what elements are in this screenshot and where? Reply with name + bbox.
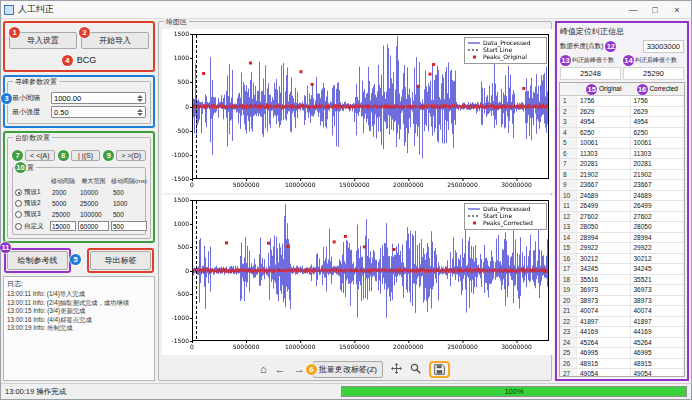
batch-edit-wrap: 6 批量更改标签(Z) xyxy=(313,361,383,378)
table-row[interactable]: 173424534245 xyxy=(560,264,684,275)
home-icon[interactable]: ⌂ xyxy=(260,362,267,376)
correction-info-title: 峰值定位纠正信息 xyxy=(560,26,684,37)
data-length-value: 33003000 xyxy=(643,40,684,53)
step-settings-title: 台阶数设置 xyxy=(13,133,52,142)
radio-preset-3[interactable]: 预设3 xyxy=(15,210,48,219)
custom-move-interval-ms-input[interactable] xyxy=(111,221,147,231)
min-interval-label: 最小间隔 xyxy=(12,93,48,103)
table-row[interactable]: 102468924689 xyxy=(560,191,684,202)
signal-chart-bottom[interactable] xyxy=(162,195,554,355)
table-row[interactable]: 122760227602 xyxy=(560,212,684,223)
save-icon[interactable] xyxy=(429,361,450,378)
peak-count-stats: 13 纠正前峰值个数 14 纠正后峰值个数 25248 25290 xyxy=(560,55,684,80)
export-label-button[interactable]: 导出标签 xyxy=(90,251,151,270)
log-title: 日志: xyxy=(7,279,151,289)
min-interval-spinbox[interactable]: 1000.00 xyxy=(51,92,146,104)
col-header-move-interval-ms: 移动间隔(ms) xyxy=(111,177,147,186)
radio-icon[interactable] xyxy=(15,223,22,230)
table-row[interactable]: 112649926499 xyxy=(560,201,684,212)
plot-groupbox: 绘图区 ⌂ ← → 6 批量更改标签(Z) xyxy=(158,21,552,381)
callout-12: 12 xyxy=(605,41,616,52)
table-row[interactable]: 203897338973 xyxy=(560,296,684,307)
peaks-table-body[interactable]: 1175617562262926293495449544625062505100… xyxy=(560,96,684,376)
radio-preset-1[interactable]: 预设1 xyxy=(15,188,48,197)
callout-13: 13 xyxy=(560,55,571,66)
pan-icon[interactable] xyxy=(391,360,402,378)
spinner-arrows-icon[interactable] xyxy=(137,95,143,102)
spinner-arrows-icon[interactable] xyxy=(137,109,143,116)
forward-icon[interactable]: → xyxy=(294,362,305,376)
minimize-button[interactable]: — xyxy=(622,2,644,18)
radio-custom[interactable]: 自定义 xyxy=(15,222,48,231)
table-row[interactable]: 462506250 xyxy=(560,128,684,139)
min-strength-label: 最小强度 xyxy=(12,107,48,117)
min-strength-spinbox[interactable]: 0.50 xyxy=(51,106,146,118)
original-column-header: 15 Original xyxy=(577,83,631,95)
preset2-max-range: 25000 xyxy=(78,200,109,207)
left-panel: 1 2 导入设置 开始导入 4BCG 3 寻峰参数设置 最小间隔 xyxy=(3,21,155,381)
preset1-move-interval-ms: 500 xyxy=(111,189,147,196)
callout-1: 1 xyxy=(9,27,20,38)
table-row[interactable]: 51006110061 xyxy=(560,138,684,149)
table-row[interactable]: 183551635521 xyxy=(560,275,684,286)
custom-move-interval-input[interactable] xyxy=(50,221,76,231)
custom-max-range-input[interactable] xyxy=(78,221,109,231)
status-message: 13:00:19 操作完成 xyxy=(5,387,66,397)
table-row[interactable]: 193697336973 xyxy=(560,285,684,296)
draw-reference-button[interactable]: 绘制参考线 xyxy=(7,251,68,270)
corrected-column-header: 16 Corrected xyxy=(631,83,685,95)
table-row[interactable]: 234416944169 xyxy=(560,327,684,338)
step-right-button[interactable]: > >(D) xyxy=(116,150,146,161)
status-bar: 13:00:19 操作完成 100% xyxy=(1,383,691,399)
before-count-label: 纠正前峰值个数 xyxy=(572,56,614,65)
table-row[interactable]: 132805028050 xyxy=(560,222,684,233)
table-row[interactable]: 163021230212 xyxy=(560,254,684,265)
signal-chart-top[interactable] xyxy=(162,29,554,193)
table-row[interactable]: 214007440074 xyxy=(560,306,684,317)
draw-reference-annotation: 绘制参考线 xyxy=(4,248,71,273)
batch-edit-labels-button[interactable]: 批量更改标签(Z) xyxy=(313,361,383,378)
peaks-table[interactable]: 15 Original 16 Corrected 117561756226292… xyxy=(559,82,685,377)
table-row[interactable]: 254699546995 xyxy=(560,348,684,359)
preset2-move-interval-ms: 1000 xyxy=(111,200,147,207)
min-interval-value: 1000.00 xyxy=(54,94,81,103)
table-row[interactable]: 92366723667 xyxy=(560,180,684,191)
close-button[interactable]: × xyxy=(666,2,688,18)
table-row[interactable]: 226292629 xyxy=(560,107,684,118)
maximize-button[interactable]: □ xyxy=(644,2,666,18)
table-row[interactable]: 82190221902 xyxy=(560,170,684,181)
table-row[interactable]: 274905449054 xyxy=(560,369,684,376)
radio-icon[interactable] xyxy=(15,211,22,218)
peaks-table-header: 15 Original 16 Corrected xyxy=(560,83,684,96)
step-pause-button[interactable]: | |(S) xyxy=(71,150,101,161)
step-left-button[interactable]: < <(A) xyxy=(25,150,55,161)
radio-preset-2[interactable]: 预设2 xyxy=(15,199,48,208)
table-row[interactable]: 224189741897 xyxy=(560,317,684,328)
table-row[interactable]: 244526445264 xyxy=(560,338,684,349)
callout-15: 15 xyxy=(586,84,597,95)
callout-2: 2 xyxy=(79,27,90,38)
after-count-label-row: 14 纠正后峰值个数 xyxy=(623,55,684,66)
back-icon[interactable]: ← xyxy=(275,362,286,376)
main-area: 1 2 导入设置 开始导入 4BCG 3 寻峰参数设置 最小间隔 xyxy=(1,19,691,383)
export-label-annotation: 导出标签 xyxy=(87,248,154,273)
app-window: 人工纠正 — □ × 1 2 导入设置 开始导入 4BCG 3 xyxy=(0,0,692,400)
before-count-value: 25248 xyxy=(560,67,621,80)
table-row[interactable]: 72028120281 xyxy=(560,159,684,170)
radio-icon[interactable] xyxy=(15,200,22,207)
table-row[interactable]: 349544954 xyxy=(560,117,684,128)
table-row[interactable]: 61130311303 xyxy=(560,149,684,160)
callout-14: 14 xyxy=(623,55,634,66)
callout-4: 4 xyxy=(62,55,73,66)
table-row[interactable]: 264891548915 xyxy=(560,359,684,370)
log-line: 13:00:15 Info: (3/4)更新完成 xyxy=(7,307,151,316)
radio-icon[interactable] xyxy=(15,189,22,196)
log-line: 13:00:19 Info: 绘制完成 xyxy=(7,324,151,333)
table-row[interactable]: 142899428994 xyxy=(560,233,684,244)
table-row[interactable]: 152992229922 xyxy=(560,243,684,254)
start-import-button[interactable]: 开始导入 xyxy=(81,32,149,49)
zoom-icon[interactable] xyxy=(410,360,421,378)
log-line: 13:00:16 Info: (4/4)标签点完成 xyxy=(7,316,151,325)
col-header-max-range: 最大范围 xyxy=(78,177,109,186)
table-row[interactable]: 117561756 xyxy=(560,96,684,107)
